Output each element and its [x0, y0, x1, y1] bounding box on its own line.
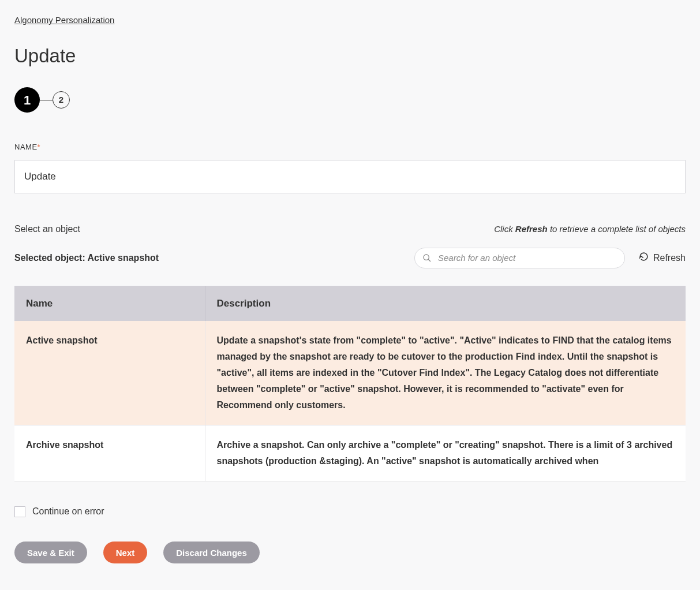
search-wrap [414, 248, 625, 268]
refresh-hint-post: to retrieve a complete list of objects [548, 224, 686, 234]
wizard-steps: 1 2 [14, 87, 686, 113]
refresh-hint-pre: Click [494, 224, 515, 234]
svg-line-1 [428, 259, 431, 262]
name-label-text: NAME [14, 143, 38, 151]
refresh-icon [639, 252, 649, 264]
col-header-description: Description [205, 286, 686, 322]
table-row[interactable]: Active snapshotUpdate a snapshot's state… [14, 321, 686, 425]
step-2[interactable]: 2 [53, 91, 70, 109]
selected-object-label: Selected object: Active snapshot [14, 251, 159, 265]
object-table: Name Description Active snapshotUpdate a… [14, 286, 686, 481]
step-connector [40, 100, 53, 100]
refresh-button[interactable]: Refresh [639, 252, 686, 264]
name-input[interactable] [14, 160, 686, 193]
next-button[interactable]: Next [103, 542, 148, 563]
refresh-hint-bold: Refresh [515, 224, 548, 234]
breadcrumb-link[interactable]: Algonomy Personalization [14, 14, 114, 27]
cell-description: Archive a snapshot. Can only archive a "… [205, 425, 686, 481]
continue-on-error-checkbox[interactable] [14, 506, 25, 517]
cell-name: Archive snapshot [14, 425, 205, 481]
search-input[interactable] [414, 248, 625, 268]
table-row[interactable]: Archive snapshotArchive a snapshot. Can … [14, 425, 686, 481]
col-header-name: Name [14, 286, 205, 322]
select-object-prompt: Select an object [14, 222, 80, 236]
svg-point-0 [424, 255, 429, 260]
refresh-hint: Click Refresh to retrieve a complete lis… [494, 223, 686, 236]
selected-object-prefix: Selected object: [14, 253, 88, 263]
continue-on-error-label[interactable]: Continue on error [32, 505, 104, 518]
cell-description: Update a snapshot's state from "complete… [205, 321, 686, 425]
required-asterisk: * [38, 143, 41, 151]
save-exit-button[interactable]: Save & Exit [14, 542, 87, 563]
refresh-label: Refresh [653, 253, 686, 263]
selected-object-value: Active snapshot [88, 253, 159, 263]
object-table-wrap: Name Description Active snapshotUpdate a… [14, 286, 686, 482]
action-bar: Save & Exit Next Discard Changes [14, 542, 686, 563]
search-icon [422, 253, 432, 263]
name-label: NAME* [14, 141, 686, 153]
object-table-scroll[interactable]: Name Description Active snapshotUpdate a… [14, 286, 686, 481]
discard-changes-button[interactable]: Discard Changes [163, 542, 260, 563]
page-title: Update [14, 42, 686, 70]
cell-name: Active snapshot [14, 321, 205, 425]
step-1[interactable]: 1 [14, 87, 40, 113]
